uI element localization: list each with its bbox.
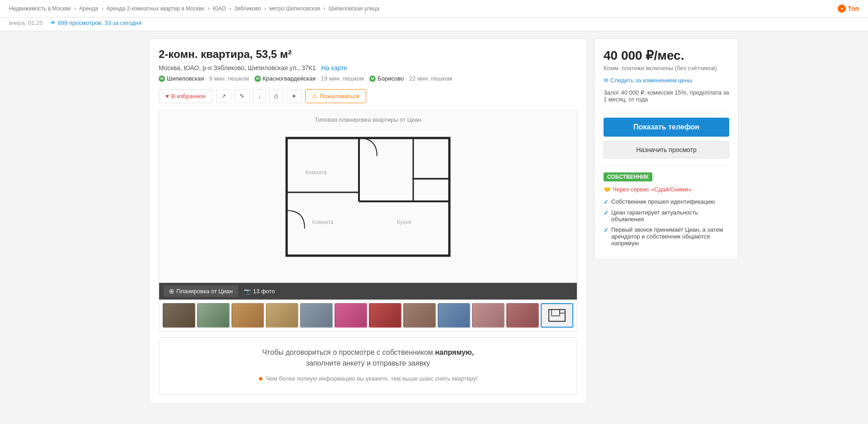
coin-icon: ● bbox=[258, 374, 263, 383]
views-text: 899 просмотров, 33 за сегодня bbox=[58, 19, 142, 26]
content-area: 2-комн. квартира, 53,5 м² Москва, ЮАО, р… bbox=[140, 31, 728, 411]
plan-icon: ⊞ bbox=[169, 288, 174, 295]
schedule-button[interactable]: Назначить просмотр bbox=[604, 141, 729, 158]
check-item-1: ✓ Собственник прошел идентификацию bbox=[604, 198, 729, 205]
price-watch-link[interactable]: ✉ Следить за изменением цены bbox=[604, 77, 729, 84]
metro-icon-1: М bbox=[159, 76, 165, 82]
breadcrumb-link-5[interactable]: Зябликово bbox=[234, 5, 261, 12]
listing-title: 2-комн. квартира, 53,5 м² bbox=[159, 48, 577, 61]
photo-block: Типовая планировка квартиры от Циан bbox=[159, 110, 577, 332]
sep: › bbox=[264, 5, 267, 12]
favorite-label: В избранное bbox=[171, 93, 206, 100]
tab-photos[interactable]: 📷 13 фото bbox=[238, 286, 281, 297]
print-button[interactable]: ⎙ bbox=[269, 89, 283, 103]
price-details: Залог 40 000 ₽, комиссия 15%, предоплата… bbox=[604, 89, 729, 110]
edit-icon: ✎ bbox=[240, 93, 245, 100]
breadcrumb-current: Шипиловская улица bbox=[329, 5, 379, 12]
metro-item-1: М Шипиловская · 9 мин. пешком bbox=[159, 75, 249, 82]
thumb-3[interactable] bbox=[231, 303, 264, 328]
address-text: Москва, ЮАО, р-н Зябликово, Шипиловская … bbox=[159, 64, 316, 71]
svg-text:Кухня: Кухня bbox=[397, 219, 411, 225]
breadcrumb-link-4[interactable]: ЮАО bbox=[213, 5, 226, 12]
side-panel: 40 000 ₽/мес. Комм. платежи включены (бе… bbox=[594, 38, 739, 404]
svg-rect-0 bbox=[287, 138, 449, 256]
heart-icon: ♥ bbox=[165, 93, 169, 100]
thumb-12[interactable] bbox=[541, 303, 573, 328]
metro-item-3: М Борисово · 22 мин. пешком bbox=[369, 75, 452, 82]
map-link[interactable]: На карте bbox=[321, 64, 347, 71]
download-icon: ↓ bbox=[258, 93, 261, 100]
thumb-2[interactable] bbox=[197, 303, 230, 328]
tab-plan[interactable]: ⊞ Планировка от Циан bbox=[164, 286, 238, 297]
thumb-7[interactable] bbox=[369, 303, 401, 328]
service-label: Через сервис «Сдай/Сними» bbox=[613, 186, 691, 193]
bottom-cta: Чтобы договориться о просмотре с собстве… bbox=[159, 337, 577, 395]
thumb-1[interactable] bbox=[163, 303, 195, 328]
complaint-button[interactable]: ⚠ Пожаловаться bbox=[305, 89, 366, 103]
metro-walk-1: 9 мин. пешком bbox=[209, 75, 249, 82]
complaint-label: Пожаловаться bbox=[320, 93, 359, 100]
print-icon: ⎙ bbox=[274, 93, 278, 100]
sep: › bbox=[229, 5, 232, 12]
check-text-1: Собственник прошел идентификацию bbox=[611, 198, 715, 205]
tab-photos-label: 13 фото bbox=[253, 288, 275, 295]
check-icon-2: ✓ bbox=[604, 210, 609, 216]
check-text-3: Первый звонок принимает Циан, а затем ар… bbox=[611, 226, 729, 247]
thumb-11[interactable] bbox=[506, 303, 539, 328]
thumb-5[interactable] bbox=[300, 303, 333, 328]
svg-rect-13 bbox=[560, 310, 565, 313]
seller-badges: СОБСТВЕННИК 🤝 Через сервис «Сдай/Сними» bbox=[604, 172, 729, 193]
metro-icon-2: М bbox=[255, 76, 261, 82]
metro-time-sep-2: · bbox=[317, 75, 319, 82]
price-note: Комм. платежи включены (без счётчиков) bbox=[604, 65, 729, 71]
listing-address: Москва, ЮАО, р-н Зябликово, Шипиловская … bbox=[159, 64, 577, 71]
photo-main: Типовая планировка квартиры от Циан bbox=[159, 111, 577, 283]
svg-rect-4 bbox=[413, 179, 449, 201]
magic-button[interactable]: ✦ bbox=[287, 89, 302, 103]
metro-list: М Шипиловская · 9 мин. пешком М Красногв… bbox=[159, 75, 577, 82]
breadcrumb-link-2[interactable]: Аренда bbox=[79, 5, 98, 12]
thumb-9[interactable] bbox=[438, 303, 470, 328]
breadcrumb-link-3[interactable]: Аренда 2-комнатных квартир в Москве bbox=[107, 5, 205, 12]
thumb-10[interactable] bbox=[472, 303, 505, 328]
share-icon: ↗ bbox=[221, 93, 226, 100]
thumbnails-row bbox=[159, 300, 577, 331]
thumb-8[interactable] bbox=[403, 303, 436, 328]
cta-line1-plain: Чтобы договориться о просмотре с собстве… bbox=[262, 348, 433, 356]
cta-main: Чтобы договориться о просмотре с собстве… bbox=[170, 348, 566, 357]
eye-icon: 👁 bbox=[50, 19, 56, 26]
cta-line1-strong: напрямую, bbox=[435, 348, 474, 356]
metro-icon-3: М bbox=[369, 76, 376, 82]
share-button[interactable]: ↗ bbox=[216, 89, 231, 103]
cta-tip-text: Чем более полную информацию вы укажете, … bbox=[266, 375, 477, 382]
photo-tabs: ⊞ Планировка от Циан 📷 13 фото bbox=[159, 283, 577, 300]
svg-rect-12 bbox=[552, 310, 560, 316]
download-button[interactable]: ↓ bbox=[253, 89, 266, 103]
metro-walk-2: 19 мин. пешком bbox=[321, 75, 364, 82]
show-phone-button[interactable]: Показать телефон bbox=[604, 118, 729, 137]
envelope-icon: ✉ bbox=[604, 77, 609, 84]
magic-icon: ✦ bbox=[292, 93, 297, 100]
action-bar: ♥ В избранное ↗ ✎ ↓ ⎙ ✦ bbox=[159, 89, 577, 103]
meta-bar: вчера, 01:25 👁 899 просмотров, 33 за сег… bbox=[0, 18, 868, 31]
thumb-6[interactable] bbox=[335, 303, 367, 328]
favorite-button[interactable]: ♥ В избранное bbox=[159, 89, 212, 103]
breadcrumb-link-6[interactable]: метро Шипиловская bbox=[269, 5, 320, 12]
check-item-2: ✓ Циан гарантирует актуальность объявлен… bbox=[604, 209, 729, 223]
metro-name-3: Борисово bbox=[377, 75, 404, 82]
service-badge: 🤝 Через сервис «Сдай/Сними» bbox=[604, 186, 691, 193]
metro-time-1: · bbox=[206, 75, 208, 82]
thumb-4[interactable] bbox=[266, 303, 298, 328]
breadcrumb: Недвижимость в Москве › Аренда › Аренда … bbox=[9, 5, 379, 12]
timestamp: вчера, 01:25 bbox=[9, 19, 43, 26]
sep: › bbox=[208, 5, 211, 12]
breadcrumb-link-1[interactable]: Недвижимость в Москве bbox=[9, 5, 71, 12]
top-circle-icon: ● bbox=[838, 5, 846, 13]
breadcrumb-bar: Недвижимость в Москве › Аренда › Аренда … bbox=[0, 0, 868, 18]
check-icon-1: ✓ bbox=[604, 199, 609, 205]
page-wrapper: Недвижимость в Москве › Аренда › Аренда … bbox=[0, 0, 868, 411]
side-card: 40 000 ₽/мес. Комм. платежи включены (бе… bbox=[594, 38, 739, 260]
check-item-3: ✓ Первый звонок принимает Циан, а затем … bbox=[604, 226, 729, 247]
check-text-2: Циан гарантирует актуальность объявления bbox=[611, 209, 729, 223]
edit-button[interactable]: ✎ bbox=[235, 89, 250, 103]
